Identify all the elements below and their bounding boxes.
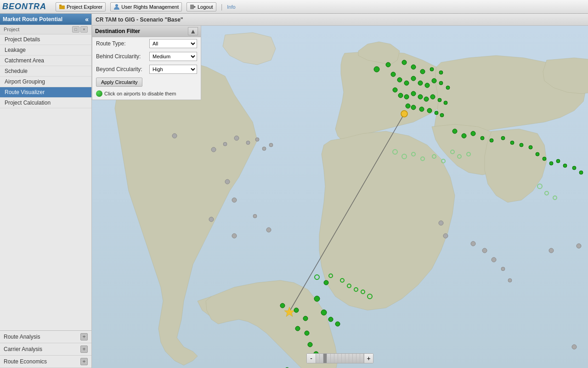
airport-marker[interactable] — [328, 317, 333, 322]
airport-marker[interactable] — [481, 136, 484, 140]
airport-marker[interactable] — [305, 331, 309, 335]
airport-marker[interactable] — [446, 86, 450, 89]
airport-marker[interactable] — [411, 65, 416, 69]
airport-marker[interactable] — [462, 134, 466, 138]
airport-marker[interactable] — [398, 93, 403, 98]
airport-marker[interactable] — [439, 81, 443, 85]
destination-airport[interactable] — [401, 111, 407, 117]
close-project-icon[interactable]: × — [80, 26, 88, 33]
airport-marker[interactable] — [508, 279, 512, 282]
airport-marker[interactable] — [501, 136, 505, 140]
zoom-in-btn[interactable]: + — [364, 354, 373, 363]
airport-marker[interactable] — [537, 184, 542, 189]
airport-marker[interactable] — [490, 139, 493, 142]
airport-marker[interactable] — [374, 67, 379, 72]
airport-marker[interactable] — [411, 76, 416, 81]
airport-marker[interactable] — [321, 310, 327, 315]
project-explorer-button[interactable]: Project Explorer — [56, 2, 106, 11]
behind-circ-select[interactable]: Low Medium High — [149, 52, 197, 61]
airport-marker[interactable] — [223, 142, 227, 146]
airport-marker[interactable] — [418, 81, 423, 85]
airport-marker[interactable] — [232, 234, 237, 238]
zoom-out-btn[interactable]: - — [307, 354, 316, 363]
airport-marker[interactable] — [553, 196, 557, 200]
new-project-icon[interactable]: □ — [72, 26, 79, 33]
beyond-circ-select[interactable]: Low Medium High — [149, 65, 197, 74]
airport-marker[interactable] — [246, 141, 250, 145]
airport-marker[interactable] — [577, 244, 581, 248]
airport-marker[interactable] — [294, 308, 299, 312]
airport-marker[interactable] — [255, 138, 259, 141]
airport-marker[interactable] — [324, 280, 328, 285]
dest-filter-collapse-btn[interactable]: ▲ — [188, 27, 198, 35]
airport-marker[interactable] — [404, 95, 409, 99]
sidebar-collapse-btn[interactable]: « — [85, 16, 89, 23]
airport-marker[interactable] — [315, 275, 319, 279]
airport-marker[interactable] — [471, 241, 475, 246]
airport-marker[interactable] — [556, 159, 560, 163]
airport-marker[interactable] — [440, 113, 444, 117]
airport-marker[interactable] — [420, 69, 425, 74]
logout-button[interactable]: Logout — [187, 2, 216, 11]
airport-marker[interactable] — [579, 171, 583, 174]
apply-circularity-btn[interactable]: Apply Circularity — [96, 78, 142, 87]
airport-marker[interactable] — [435, 111, 438, 115]
airport-marker[interactable] — [397, 78, 402, 82]
airport-marker[interactable] — [529, 145, 532, 149]
sidebar-item-schedule[interactable]: Schedule — [0, 66, 91, 77]
carrier-analysis-expand-icon[interactable]: + — [80, 346, 88, 353]
airport-marker[interactable] — [439, 71, 443, 74]
sidebar-item-project-calculation[interactable]: Project Calculation — [0, 98, 91, 108]
airport-marker[interactable] — [386, 62, 390, 67]
airport-marker[interactable] — [520, 143, 523, 147]
sidebar-item-airport-grouping[interactable]: Airport Grouping — [0, 77, 91, 87]
airport-marker[interactable] — [549, 248, 554, 253]
airport-marker[interactable] — [501, 267, 505, 271]
airport-marker[interactable] — [427, 108, 432, 113]
airport-marker[interactable] — [211, 147, 216, 152]
route-type-select[interactable]: All Direct Via — [149, 39, 197, 48]
user-rights-button[interactable]: User Rights Management — [110, 2, 182, 11]
airport-marker[interactable] — [425, 83, 430, 88]
airport-marker[interactable] — [234, 136, 239, 140]
airport-marker[interactable] — [280, 303, 285, 308]
airport-marker[interactable] — [572, 166, 576, 170]
airport-marker[interactable] — [418, 95, 423, 99]
airport-marker[interactable] — [452, 129, 457, 134]
airport-marker[interactable] — [406, 104, 410, 108]
sidebar-item-project-details[interactable]: Project Details — [0, 34, 91, 45]
airport-marker[interactable] — [266, 228, 271, 232]
sidebar-item-leakage[interactable]: Leakage — [0, 45, 91, 56]
sidebar-item-catchment-area[interactable]: Catchment Area — [0, 56, 91, 66]
airport-marker[interactable] — [510, 141, 514, 145]
sidebar-item-route-analysis[interactable]: Route Analysis + — [0, 331, 91, 343]
airport-marker[interactable] — [391, 72, 396, 77]
airport-marker[interactable] — [430, 95, 435, 99]
airport-marker[interactable] — [172, 134, 177, 138]
airport-marker[interactable] — [393, 88, 397, 92]
airport-marker[interactable] — [308, 342, 312, 347]
airport-marker[interactable] — [572, 345, 577, 349]
airport-marker[interactable] — [419, 107, 424, 112]
airport-marker[interactable] — [444, 101, 447, 105]
airport-marker[interactable] — [432, 78, 436, 83]
airport-marker[interactable] — [536, 152, 539, 156]
airport-marker[interactable] — [545, 191, 548, 195]
route-analysis-expand-icon[interactable]: + — [80, 333, 88, 340]
airport-marker[interactable] — [438, 98, 441, 102]
airport-marker[interactable] — [411, 91, 416, 96]
airport-marker[interactable] — [335, 322, 340, 326]
airport-marker[interactable] — [303, 316, 308, 321]
airport-marker[interactable] — [269, 143, 273, 147]
route-economics-expand-icon[interactable]: + — [80, 358, 88, 365]
sidebar-item-route-visualizer[interactable]: Route Visualizer — [0, 87, 91, 98]
info-link[interactable]: Info — [227, 4, 235, 10]
airport-marker[interactable] — [253, 214, 257, 218]
airport-marker[interactable] — [471, 131, 475, 136]
airport-marker[interactable] — [482, 248, 487, 253]
airport-marker[interactable] — [402, 60, 407, 65]
airport-marker[interactable] — [549, 162, 553, 165]
airport-marker[interactable] — [439, 221, 443, 225]
airport-marker[interactable] — [225, 179, 230, 184]
airport-marker[interactable] — [411, 105, 416, 110]
